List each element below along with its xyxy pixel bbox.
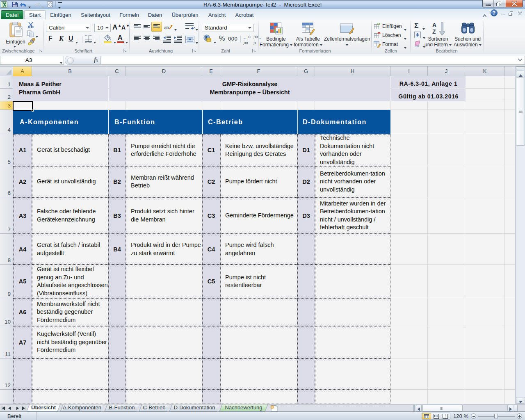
svg-text:ab: ab (164, 25, 169, 30)
svg-text:Z: Z (432, 28, 436, 35)
svg-text:A: A (432, 22, 436, 28)
